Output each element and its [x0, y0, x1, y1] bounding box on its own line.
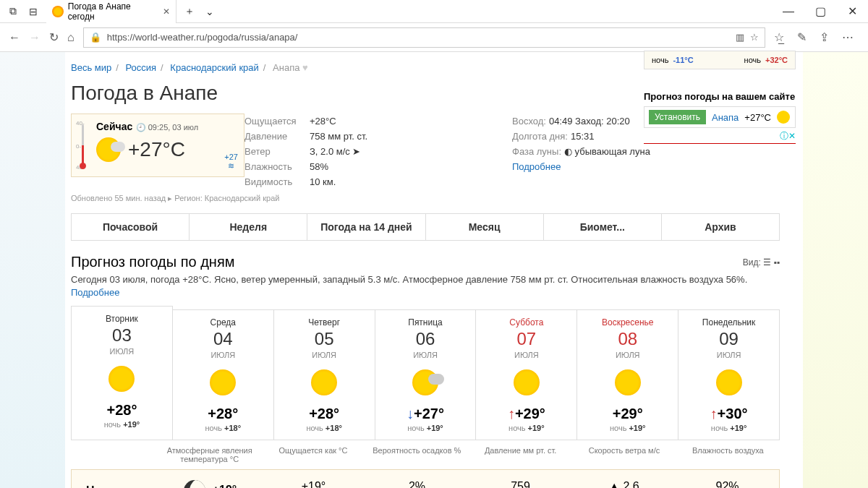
install-button[interactable]: Установить: [649, 110, 706, 124]
close-button[interactable]: ✕: [836, 0, 868, 23]
tab-item[interactable]: Погода на 14 дней: [307, 214, 425, 240]
water-temp: +27≋: [224, 153, 238, 171]
refresh-button[interactable]: ↻: [49, 30, 59, 44]
day-of-week: Суббота: [479, 317, 574, 328]
details-more-link[interactable]: Подробнее: [512, 161, 561, 172]
share-icon[interactable]: ⇪: [820, 30, 829, 44]
detail-value: ◐ убывающая луна: [564, 146, 650, 157]
detail-header: Ощущается как °C: [261, 446, 365, 463]
day-low: ночь +19°: [580, 424, 675, 432]
tab-item[interactable]: Архив: [662, 214, 779, 240]
day-low: ночь +19°: [479, 424, 574, 432]
detail-label: Видимость: [244, 176, 310, 187]
day-weather-icon: [311, 369, 337, 395]
day-card[interactable]: Среда 04 июля +28° ночь +18°: [173, 310, 274, 440]
right-gutter: [803, 52, 868, 488]
day-high: +29°: [580, 406, 675, 422]
more-icon[interactable]: ⋯: [842, 30, 854, 44]
current-time: 🕘 09:25, 03 июл: [136, 123, 199, 132]
left-gutter: [0, 52, 65, 488]
day-weather-icon: [412, 369, 438, 395]
day-high: +28°: [176, 406, 271, 422]
day-number: 08: [580, 329, 675, 349]
browser-tab[interactable]: Погода в Анапе сегодн ✕: [46, 0, 176, 23]
record-box: ночь -11°C ночь +32°C: [644, 51, 796, 69]
day-card[interactable]: Суббота 07 июля ↑+29° ночь +19°: [476, 310, 577, 440]
detail-headers: Атмосферные явления температура °CОщущае…: [71, 440, 780, 469]
breadcrumb-city: Анапа: [273, 62, 299, 73]
widget-city[interactable]: Анапа: [712, 112, 739, 123]
tab-menu-icon[interactable]: ⌄: [203, 4, 217, 19]
forecast-more-link[interactable]: Подробнее: [71, 287, 119, 298]
tab-item[interactable]: Неделя: [190, 214, 307, 240]
tab-preview-icon[interactable]: ⊟: [26, 4, 41, 19]
favorite-icon[interactable]: ☆: [750, 32, 759, 43]
night-row: Ночь +19° +19° 2% 759 ▲ 2.6 92%: [71, 469, 780, 488]
detail-header: Атмосферные явления температура °C: [158, 446, 261, 463]
back-button[interactable]: ←: [9, 31, 20, 44]
day-number: 03: [75, 325, 169, 346]
breadcrumb-world[interactable]: Весь мир: [71, 62, 111, 73]
mini-sun-icon: [777, 111, 790, 124]
night-wind: ▲ 2.6: [572, 480, 676, 488]
tab-item[interactable]: Почасовой: [72, 214, 190, 240]
detail-label: Фаза луны:: [512, 146, 561, 157]
forecast-desc: Сегодня 03 июля, погода +28°C. Ясно, вет…: [71, 273, 780, 299]
day-card[interactable]: Воскресенье 08 июля +29° ночь +19°: [577, 310, 678, 440]
maximize-button[interactable]: ▢: [804, 0, 836, 23]
day-of-week: Пятница: [378, 317, 473, 328]
night-pressure: 759: [469, 480, 572, 488]
breadcrumb-region[interactable]: Краснодарский край: [170, 62, 258, 73]
day-month: июля: [277, 351, 372, 359]
night-precip: 2%: [365, 480, 469, 488]
minimize-button[interactable]: —: [773, 0, 804, 23]
sidebar: ночь -11°C ночь +32°C Прогноз погоды на …: [644, 51, 796, 128]
day-of-week: Четверг: [277, 317, 372, 328]
tab-item[interactable]: Биомет...: [544, 214, 662, 240]
detail-value: 04:49 Заход: 20:20: [549, 116, 630, 127]
detail-value: 15:31: [571, 131, 595, 142]
detail-value: 10 км.: [310, 176, 336, 187]
tab-close-icon[interactable]: ✕: [163, 7, 170, 17]
view-toggle[interactable]: Вид: ☰ ▪▪: [743, 257, 780, 267]
current-box: 40- 0- 40- Сейчас 🕘 09:25, 03 июл +27°C: [71, 114, 244, 177]
ad-close-icon[interactable]: ⓘ✕: [780, 130, 796, 142]
lock-icon: 🔒: [90, 32, 101, 43]
notes-icon[interactable]: ✎: [797, 30, 807, 44]
detail-label: Влажность: [244, 161, 310, 172]
detail-label: Долгота дня:: [512, 131, 568, 142]
address-bar[interactable]: 🔒 https://world-weather.ru/pogoda/russia…: [83, 27, 765, 48]
day-card[interactable]: Пятница 06 июля ↓+27° ночь +19°: [375, 310, 477, 440]
forward-button[interactable]: →: [29, 31, 41, 44]
ad-divider: [644, 143, 796, 144]
day-weather-icon: [716, 369, 742, 395]
day-weather-icon: [210, 369, 236, 395]
detail-value: +28°C: [310, 116, 336, 127]
day-of-week: Понедельник: [681, 317, 776, 328]
current-temp: +27°C: [128, 138, 185, 161]
night-temp: +19°: [158, 480, 262, 488]
day-high: ↓+27°: [378, 406, 473, 422]
tab-favicon-icon: [52, 6, 64, 17]
updated-text: Обновлено 55 мин. назад ▸ Регион: Красно…: [71, 194, 780, 203]
favorites-icon[interactable]: ☆̲: [774, 30, 784, 44]
breadcrumb-country[interactable]: Россия: [125, 62, 156, 73]
day-card[interactable]: Вторник 03 июля +28° ночь +19°: [71, 306, 173, 440]
thermometer-icon: 40- 0- 40-: [76, 120, 86, 171]
home-button[interactable]: ⌂: [67, 31, 75, 44]
tab-item[interactable]: Месяц: [426, 214, 544, 240]
day-card[interactable]: Четверг 05 июля +28° ночь +18°: [274, 310, 375, 440]
new-tab-button[interactable]: ＋: [182, 4, 197, 19]
tab-actions-icon[interactable]: ⧉: [6, 4, 20, 19]
favorite-heart-icon[interactable]: ♥: [302, 62, 308, 73]
reading-view-icon[interactable]: ▥: [736, 32, 744, 43]
day-card[interactable]: Понедельник 09 июля ↑+30° ночь +19°: [678, 310, 780, 440]
period-label: Ночь: [86, 484, 158, 488]
widget-box: Прогноз погоды на вашем сайте Установить…: [644, 91, 796, 128]
day-weather-icon: [514, 369, 540, 395]
day-weather-icon: [615, 369, 641, 395]
day-of-week: Среда: [176, 317, 271, 328]
day-weather-icon: [109, 366, 135, 392]
browser-navbar: ← → ↻ ⌂ 🔒 https://world-weather.ru/pogod…: [0, 23, 868, 52]
detail-header: Давление мм рт. ст.: [469, 446, 572, 463]
